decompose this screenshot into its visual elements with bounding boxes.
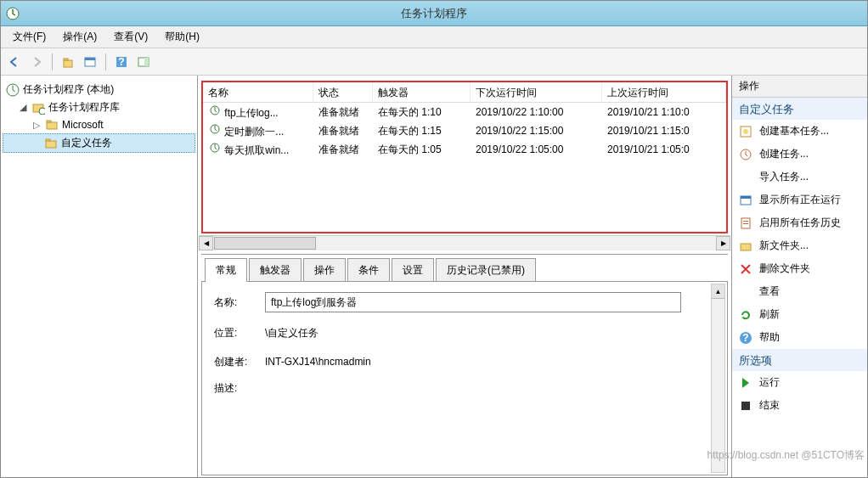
- delete-icon: [739, 262, 752, 276]
- main-area: 任务计划程序 (本地) ◢ 任务计划程序库 ▷ Microsoft 自定义任务 …: [1, 76, 867, 477]
- vertical-scrollbar[interactable]: ▲: [711, 284, 725, 473]
- table-row[interactable]: ftp上传log... 准备就绪 在每天的 1:10 2019/10/22 1:…: [203, 103, 726, 121]
- help-button[interactable]: ?: [111, 52, 132, 72]
- name-label: 名称:: [214, 295, 265, 310]
- header-status[interactable]: 状态: [313, 82, 373, 102]
- tab-general[interactable]: 常规: [205, 258, 247, 282]
- svg-rect-8: [144, 58, 149, 66]
- actions-header: 操作: [732, 76, 867, 98]
- view-icon: [739, 285, 752, 299]
- tab-settings[interactable]: 设置: [392, 258, 434, 282]
- tab-strip: 常规 触发器 操作 条件 设置 历史记录(已禁用): [201, 257, 728, 281]
- tree-custom-label: 自定义任务: [61, 136, 112, 150]
- svg-text:?: ?: [118, 56, 124, 68]
- import-icon: [739, 171, 752, 184]
- center-panel: 名称 状态 触发器 下次运行时间 上次运行时间 ftp上传log... 准备就绪…: [198, 76, 731, 477]
- location-label: 位置:: [214, 326, 265, 340]
- svg-rect-15: [46, 139, 50, 141]
- scroll-thumb[interactable]: [214, 237, 316, 250]
- task-icon: [208, 104, 222, 117]
- action-create-task[interactable]: 创建任务...: [732, 143, 867, 166]
- name-field[interactable]: [265, 292, 681, 312]
- forward-button[interactable]: [26, 52, 47, 72]
- menu-file[interactable]: 文件(F): [4, 27, 54, 47]
- scroll-right-button[interactable]: ▶: [716, 236, 730, 250]
- history-icon: [739, 217, 752, 230]
- svg-point-20: [743, 129, 748, 134]
- svg-rect-30: [741, 402, 750, 410]
- tree-microsoft-label: Microsoft: [62, 119, 104, 131]
- action-enable-history[interactable]: 启用所有任务历史: [732, 211, 867, 234]
- action-help[interactable]: ?帮助: [732, 326, 867, 349]
- tree-root[interactable]: 任务计划程序 (本地): [3, 81, 195, 98]
- expander-icon[interactable]: ◢: [18, 102, 28, 113]
- action-show-running[interactable]: 显示所有正在运行: [732, 188, 867, 211]
- header-last-run[interactable]: 上次运行时间: [602, 82, 726, 102]
- svg-rect-13: [47, 121, 51, 122]
- svg-rect-1: [64, 60, 72, 67]
- pane-button[interactable]: [133, 52, 154, 72]
- toolbar-separator: [105, 53, 106, 70]
- action-new-folder[interactable]: 新文件夹...: [732, 234, 867, 257]
- menu-view[interactable]: 查看(V): [105, 27, 156, 47]
- action-delete-folder[interactable]: 删除文件夹: [732, 257, 867, 280]
- action-end[interactable]: 结束: [732, 394, 867, 417]
- task-icon: [739, 148, 752, 161]
- details-panel: 常规 触发器 操作 条件 设置 历史记录(已禁用) 名称: 位置: \自定义任务…: [201, 254, 728, 475]
- svg-rect-12: [47, 122, 57, 129]
- title-bar: 任务计划程序: [1, 1, 867, 26]
- tree-library-label: 任务计划程序库: [48, 100, 120, 115]
- menu-bar: 文件(F) 操作(A) 查看(V) 帮助(H): [1, 26, 867, 48]
- scroll-up-button[interactable]: ▲: [712, 284, 724, 299]
- actions-section-custom: 自定义任务: [732, 98, 867, 120]
- action-create-basic-task[interactable]: 创建基本任务...: [732, 120, 867, 143]
- svg-rect-26: [743, 223, 748, 224]
- up-button[interactable]: [58, 52, 78, 72]
- action-run[interactable]: 运行: [732, 371, 867, 394]
- action-refresh[interactable]: 刷新: [732, 303, 867, 326]
- task-icon: [208, 122, 222, 136]
- action-import-task[interactable]: 导入任务...: [732, 166, 867, 188]
- folder-icon: [45, 118, 59, 132]
- help-icon: ?: [739, 331, 752, 345]
- header-name[interactable]: 名称: [203, 82, 313, 102]
- location-value: \自定义任务: [265, 324, 318, 342]
- toolbar-separator: [52, 53, 53, 70]
- tab-history[interactable]: 历史记录(已禁用): [436, 258, 536, 282]
- back-button[interactable]: [4, 52, 25, 72]
- actions-pane: 操作 自定义任务 创建基本任务... 创建任务... 导入任务... 显示所有正…: [731, 76, 867, 477]
- tree-library[interactable]: ◢ 任务计划程序库: [3, 98, 195, 116]
- action-view[interactable]: 查看: [732, 280, 867, 303]
- task-list: 名称 状态 触发器 下次运行时间 上次运行时间 ftp上传log... 准备就绪…: [201, 81, 728, 233]
- tab-conditions[interactable]: 条件: [347, 258, 390, 282]
- window-title: 任务计划程序: [401, 6, 467, 21]
- menu-action[interactable]: 操作(A): [54, 27, 105, 47]
- toolbar: ?: [1, 48, 867, 76]
- svg-rect-25: [743, 221, 748, 222]
- expander-icon[interactable]: ▷: [31, 120, 42, 131]
- folder-new-icon: [739, 239, 752, 253]
- properties-button[interactable]: [80, 52, 100, 72]
- creator-value: INT-GXJ14\hncmadmin: [265, 354, 371, 369]
- folder-icon: [44, 137, 58, 150]
- header-next-run[interactable]: 下次运行时间: [471, 82, 602, 102]
- scroll-left-button[interactable]: ◀: [199, 236, 213, 250]
- tab-body: 名称: 位置: \自定义任务 创建者: INT-GXJ14\hncmadmin …: [201, 281, 728, 475]
- tab-actions[interactable]: 操作: [303, 258, 346, 282]
- list-body: ftp上传log... 准备就绪 在每天的 1:10 2019/10/22 1:…: [203, 103, 726, 232]
- actions-section-selected: 所选项: [732, 349, 867, 371]
- horizontal-scrollbar[interactable]: ◀ ▶: [199, 235, 730, 250]
- svg-text:?: ?: [742, 332, 748, 344]
- header-trigger[interactable]: 触发器: [373, 82, 471, 102]
- tree-microsoft[interactable]: ▷ Microsoft: [3, 116, 195, 133]
- clock-icon: [6, 83, 20, 97]
- table-row[interactable]: 定时删除一... 准备就绪 在每天的 1:15 2019/10/22 1:15:…: [203, 121, 726, 140]
- tree-custom[interactable]: 自定义任务: [3, 133, 195, 153]
- svg-rect-4: [85, 58, 95, 60]
- svg-rect-14: [46, 141, 56, 148]
- svg-point-11: [39, 108, 45, 115]
- menu-help[interactable]: 帮助(H): [156, 27, 208, 47]
- table-row[interactable]: 每天抓取win... 准备就绪 在每天的 1:05 2019/10/22 1:0…: [203, 140, 726, 159]
- refresh-icon: [739, 308, 752, 322]
- tab-triggers[interactable]: 触发器: [249, 258, 302, 282]
